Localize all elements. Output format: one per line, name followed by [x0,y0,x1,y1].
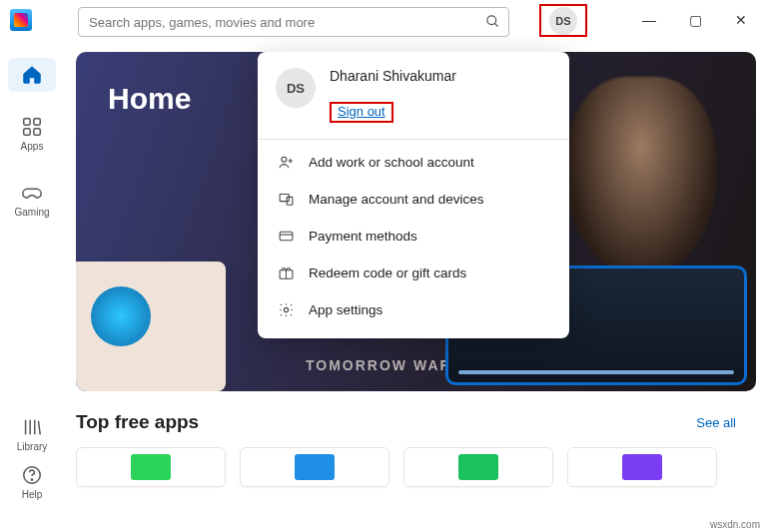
flyout-add-work-account[interactable]: Add work or school account [276,144,551,181]
app-tile[interactable] [567,447,717,487]
sign-out-highlight: Sign out [330,102,393,123]
account-flyout: DS Dharani Shivakumar Sign out Add work … [258,52,569,338]
nav-apps[interactable]: Apps [8,110,56,158]
app-tile[interactable] [403,447,553,487]
flyout-divider [258,139,569,140]
flyout-manage-account[interactable]: Manage account and devices [276,181,551,218]
flyout-app-settings[interactable]: App settings [276,291,551,328]
svg-point-0 [487,16,496,25]
app-tile[interactable] [240,447,389,487]
nav-gaming-label: Gaming [14,207,49,218]
search-icon[interactable] [485,14,500,32]
hero-art-2 [566,77,716,276]
app-tile-row [76,447,756,487]
pc-game-pass-scrollbar[interactable] [458,370,734,374]
svg-line-1 [494,23,497,26]
profile-button-highlight: DS [539,4,587,37]
nav-help-label: Help [22,489,43,500]
flyout-payment-methods[interactable]: Payment methods [276,218,551,255]
search-input[interactable] [89,15,474,30]
flyout-avatar: DS [276,68,316,108]
close-button[interactable]: ✕ [718,0,764,40]
svg-line-9 [38,421,40,435]
svg-rect-17 [280,232,293,241]
hero-subtitle-tomorrow-war: TOMORROW WAR [306,357,452,373]
maximize-button[interactable]: ▢ [672,0,718,40]
profile-avatar[interactable]: DS [549,7,577,35]
nav-library-label: Library [17,441,48,452]
nav-library[interactable]: Library [8,410,56,458]
section-title-top-free-apps: Top free apps [76,411,199,433]
nav-gaming[interactable]: Gaming [8,176,56,224]
see-all-link[interactable]: See all [696,415,736,430]
minimize-button[interactable]: — [626,0,672,40]
svg-rect-5 [34,129,40,135]
search-field[interactable] [78,7,509,37]
store-logo-icon [10,9,32,31]
nav-home[interactable] [8,58,56,92]
svg-rect-4 [24,129,30,135]
svg-point-12 [282,157,287,162]
nav-help[interactable]: Help [8,458,56,506]
page-title: Home [108,82,191,116]
flyout-redeem-code[interactable]: Redeem code or gift cards [276,255,551,291]
watermark: wsxdn.com [710,519,760,530]
promo-thumbnail[interactable] [76,262,226,391]
svg-point-11 [31,479,32,480]
flyout-user-name: Dharani Shivakumar [330,68,456,84]
nav-apps-label: Apps [21,141,44,152]
svg-rect-3 [34,119,40,125]
svg-rect-2 [24,119,30,125]
app-tile[interactable] [76,447,226,487]
svg-rect-15 [280,195,289,202]
flyout-user-email [330,86,449,96]
svg-point-21 [284,307,288,311]
sign-out-link[interactable]: Sign out [338,104,385,119]
